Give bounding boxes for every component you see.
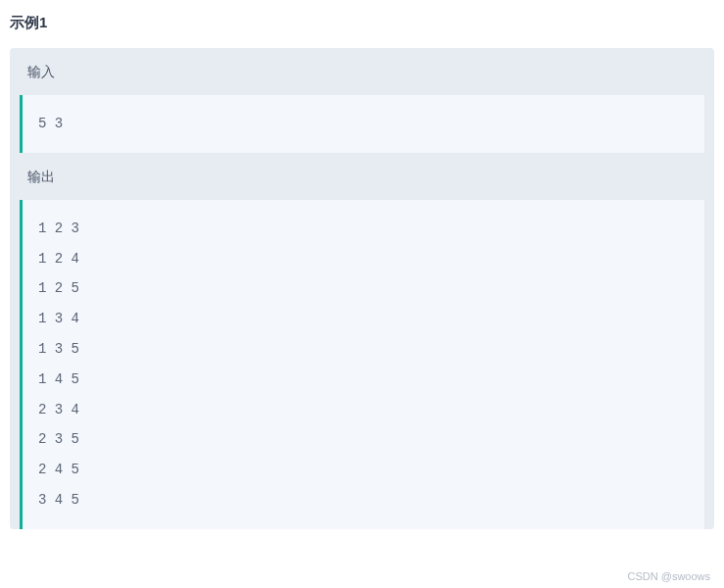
watermark: CSDN @swoows — [627, 570, 710, 582]
output-code-block: 1 2 3 1 2 4 1 2 5 1 3 4 1 3 5 1 4 5 2 3 … — [20, 200, 704, 529]
output-section-header: 输出 — [10, 153, 714, 200]
page-title: 示例1 — [0, 0, 724, 42]
input-code-block: 5 3 — [20, 95, 704, 153]
example-container: 输入 5 3 输出 1 2 3 1 2 4 1 2 5 1 3 4 1 3 5 … — [10, 48, 714, 529]
input-section-header: 输入 — [10, 48, 714, 95]
